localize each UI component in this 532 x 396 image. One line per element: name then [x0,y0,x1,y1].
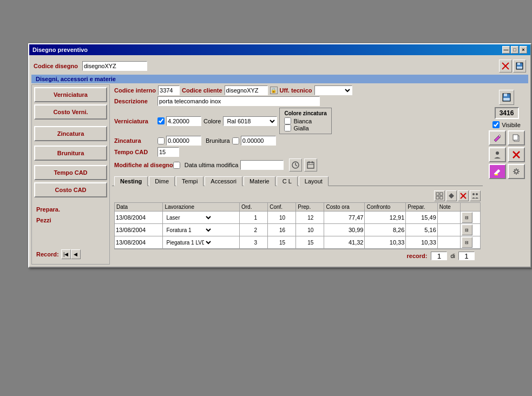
sidebar-tempo-cad[interactable]: Tempo CAD [34,165,107,180]
verniciatura-checkbox[interactable] [157,117,165,124]
zincatura-value-input[interactable] [166,136,201,146]
save-icon-btn[interactable] [513,60,526,72]
right-sidebar: 3416 Visibile [485,84,528,265]
svg-rect-30 [495,174,498,175]
sidebar-zincatura[interactable]: Zincatura [34,126,107,141]
tab-dime[interactable]: Dime [149,176,175,186]
sidebar-pezzi-label: Pezzi [36,217,51,223]
table-cross-icon-btn[interactable] [458,190,469,201]
lock-icon-btn[interactable]: 🔒 [270,87,278,94]
table-grid-icon-btn[interactable] [434,190,445,201]
sidebar-verniciatura[interactable]: Verniciatura [34,87,107,102]
prep-input-1[interactable] [297,214,313,221]
right-save-icon-btn[interactable] [499,90,514,105]
code-section: Codice interno Codice cliente 🔒 Uff. tec… [112,84,483,96]
nav-prev-btn[interactable]: ◀ [71,249,81,259]
td-action-2[interactable]: ⊟ [460,224,480,236]
svg-rect-15 [440,196,443,199]
right-person-btn[interactable] [489,147,506,162]
td-ord-2[interactable] [240,224,268,236]
bianca-checkbox[interactable] [284,117,291,124]
nav-first-btn[interactable]: |◀ [61,249,71,259]
brunitura-checkbox[interactable] [232,137,239,144]
tab-cl[interactable]: C L [277,176,298,186]
gialla-checkbox[interactable] [284,124,291,131]
svg-rect-23 [504,94,507,96]
uff-tecnico-dropdown[interactable] [314,85,352,95]
table-people-icon-btn[interactable] [470,190,481,201]
maximize-btn[interactable]: □ [511,46,518,54]
colore-dropdown[interactable]: Ral 6018 [223,116,277,126]
sidebar-costo-verni[interactable]: Costo Verni. [34,104,107,120]
td-conf-1[interactable] [268,212,296,224]
tab-layout[interactable]: Layout [299,176,329,186]
lav-select-1[interactable]: Laser [164,213,213,222]
codice-interno-input[interactable] [158,85,180,95]
clock-icon-btn[interactable] [289,159,302,171]
record-bottom-current[interactable] [431,252,447,260]
td-preparar-2: 5,16 [406,224,437,236]
td-prep-2[interactable] [296,224,324,236]
visibile-checkbox[interactable] [492,121,500,128]
modifiche-label: Modifiche al disegno [114,162,173,168]
clock-btn-group [289,159,317,171]
sidebar-costo-cad[interactable]: Costo CAD [34,182,107,197]
tab-nesting[interactable]: Nesting [114,176,148,186]
ord-input-1[interactable] [241,214,257,221]
prep-input-3[interactable] [297,239,313,246]
row-action-1[interactable]: ⊟ [462,212,472,223]
tab-tempi[interactable]: Tempi [176,176,203,186]
codice-disegno-input[interactable]: disegnoXYZ [82,61,147,71]
tab-materie[interactable]: Materie [244,176,275,186]
lav-select-3[interactable]: Piegatura 1 LVD [164,238,213,247]
lav-select-2[interactable]: Foratura 1 [164,226,213,234]
tempo-cad-input[interactable] [157,147,179,157]
th-confronto: Confronto [365,203,406,212]
bianca-label: Bianca [293,118,312,124]
right-cross-btn[interactable] [508,147,525,162]
ord-input-3[interactable] [241,239,257,246]
td-prep-3[interactable] [296,236,324,249]
calendar-icon-btn[interactable] [304,159,317,171]
sidebar-brunitura[interactable]: Brunitura [34,146,107,161]
brunitura-value-input[interactable] [241,136,276,146]
right-copy-btn[interactable] [508,130,525,146]
codice-cliente-input[interactable] [225,85,268,95]
right-highlight-btn[interactable] [489,164,506,179]
colore-zincatura-group: Colore zincatura Bianca Gialla [279,108,331,134]
td-lav-1[interactable]: Laser [163,212,240,224]
sidebar-zincatura-label: Zincatura [57,130,84,137]
td-conf-2[interactable] [268,224,296,236]
ord-input-2[interactable] [241,226,257,234]
prep-input-2[interactable] [297,226,313,234]
svg-rect-13 [440,193,443,195]
descrizione-input[interactable] [157,96,320,106]
td-ord-3[interactable] [240,236,268,249]
conf-input-1[interactable] [269,214,285,221]
right-gear-btn[interactable] [508,164,525,179]
conf-input-2[interactable] [269,226,285,234]
row-action-2[interactable]: ⊟ [462,225,472,235]
td-note-2 [437,224,460,236]
td-prep-1[interactable] [296,212,324,224]
row-action-3[interactable]: ⊟ [462,237,472,248]
table-nav-icon-btn[interactable] [446,190,457,201]
td-lav-2[interactable]: Foratura 1 [163,224,240,236]
svg-point-27 [496,151,499,155]
close-btn[interactable]: × [520,46,527,54]
verniciatura-value-input[interactable] [166,116,201,126]
zincatura-checkbox[interactable] [157,137,165,144]
right-pencil-btn[interactable] [489,130,506,146]
data-ultima-modifica-input[interactable] [240,160,284,170]
tab-accessori[interactable]: Accessori [205,176,242,186]
td-action-1[interactable]: ⊟ [460,212,480,224]
conf-input-3[interactable] [269,239,285,246]
cancel-icon-btn[interactable] [499,60,512,72]
td-ord-1[interactable] [240,212,268,224]
sidebar-tempo-cad-label: Tempo CAD [54,169,87,176]
td-action-3[interactable]: ⊟ [460,236,480,249]
td-conf-3[interactable] [268,236,296,249]
minimize-btn[interactable]: — [502,46,510,54]
modifiche-checkbox[interactable] [173,162,180,169]
td-lav-3[interactable]: Piegatura 1 LVD [163,236,240,249]
